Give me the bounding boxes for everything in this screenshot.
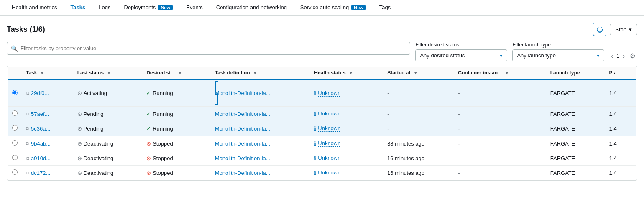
tab-health[interactable]: Health and metrics [5,0,64,15]
health-link-row2[interactable]: Unknown [318,110,340,117]
health-link-row5[interactable]: Unknown [318,155,340,161]
radio-cell[interactable] [8,107,22,121]
health-link-row6[interactable]: Unknown [318,169,340,176]
task-id-cell: ⧉ a910d... [22,151,73,166]
task-definition-cell: Monolith-Definition-la... [211,79,310,107]
launch-type-select-wrap: Any launch type FARGATE EC2 [512,49,604,61]
col-started-at[interactable]: Started at ▼ [383,67,454,80]
desired-status-text: Running [153,111,173,117]
platform-cell: 1.4 [605,151,636,166]
task-def-wrap: Monolith-Definition-la... [215,125,306,132]
search-wrap: 🔍 [7,42,410,55]
task-def-link-row6[interactable]: Monolith-Definition-la... [215,170,306,176]
table-settings-button[interactable]: ⚙ [628,50,637,61]
desired-status-cell: ⊗ Stopped [142,136,211,151]
health-link-row3[interactable]: Unknown [318,125,340,132]
launch-type-select[interactable]: Any launch type FARGATE EC2 [512,49,604,61]
table-row[interactable]: ⧉ 9b4ab... ⊖ Deactivating ⊗ Stopped Mono… [8,136,636,151]
task-def-link-row2[interactable]: Monolith-Definition-la... [215,111,306,117]
task-id-text: 9b4ab... [31,141,51,147]
task-link-row3[interactable]: ⧉ 5c36a... [26,125,69,132]
row-radio-row3[interactable] [12,125,18,131]
row-radio-row5[interactable] [12,155,18,160]
task-def-link-row1[interactable]: Monolith-Definition-la... [215,90,306,96]
col-container-instance[interactable]: Container instan... ▼ [454,67,546,80]
row-radio-row1[interactable] [12,90,18,95]
table-row[interactable]: ⧉ dc172... ⊖ Deactivating ⊗ Stopped Mono… [8,166,636,180]
desired-status-cell: ⊗ Stopped [142,151,211,166]
desired-status-cell: ✓ Running [142,121,211,136]
task-id-cell: ⧉ 57aef... [22,107,73,121]
row-radio-row4[interactable] [12,140,18,146]
launch-type-cell: FARGATE [546,79,605,107]
header-actions: Stop ▾ [593,23,637,36]
task-id-text: a910d... [31,155,51,161]
launch-type-cell: FARGATE [546,151,605,166]
task-copy-icon: ⧉ [26,126,29,131]
task-link-row4[interactable]: ⧉ 9b4ab... [26,141,69,147]
desired-status-select[interactable]: Any desired status Running Stopped Pendi… [415,49,507,61]
task-link-row6[interactable]: ⧉ dc172... [26,170,69,176]
radio-cell[interactable] [8,79,22,107]
refresh-button[interactable] [593,23,606,36]
platform-cell: 1.4 [605,79,636,107]
tab-autoscaling[interactable]: Service auto scaling New [294,0,373,15]
pagination-wrap: ‹ 1 › ⚙ [609,50,637,61]
deployments-new-badge: New [158,5,173,10]
task-link-row5[interactable]: ⧉ a910d... [26,155,69,161]
health-link-row4[interactable]: Unknown [318,140,340,147]
col-health-status[interactable]: Health status ▼ [310,67,383,80]
row-radio-row6[interactable] [12,169,18,175]
last-status-text: Deactivating [84,170,114,176]
main-content: Tasks (1/6) Stop ▾ 🔍 Filter desired stat… [0,16,644,181]
health-status-cell: ℹ Unknown [310,151,383,166]
task-id-cell: ⧉ dc172... [22,166,73,180]
col-platform[interactable]: Pla... [605,67,636,80]
table-row[interactable]: ⧉ 57aef... ⊙ Pending ✓ Running Monolith-… [8,107,636,121]
launch-type-cell: FARGATE [546,107,605,121]
started-at-cell: 38 minutes ago [383,136,454,151]
table-row[interactable]: ⧉ 29df0... ⊙ Activating ✓ Running Monoli… [8,79,636,107]
launch-type-cell: FARGATE [546,121,605,136]
tab-tags[interactable]: Tags [373,0,397,15]
stop-button[interactable]: Stop ▾ [610,24,637,35]
radio-cell[interactable] [8,166,22,180]
tab-configuration[interactable]: Configuration and networking [210,0,294,15]
tasks-table: Task ▼ Last status ▼ Desired st... ▼ Tas… [7,66,637,180]
desired-status-cell: ✓ Running [142,79,211,107]
col-task-definition[interactable]: Task definition ▼ [211,67,310,80]
table-row[interactable]: ⧉ 5c36a... ⊙ Pending ✓ Running Monolith-… [8,121,636,136]
health-info-icon: ℹ [314,155,316,161]
task-def-link-row5[interactable]: Monolith-Definition-la... [215,155,306,161]
task-copy-icon: ⧉ [26,170,29,176]
health-link-row1[interactable]: Unknown [318,90,340,97]
next-page-button[interactable]: › [621,51,626,61]
last-status-cell: ⊖ Deactivating [73,166,142,180]
task-link-row1[interactable]: ⧉ 29df0... [26,90,69,96]
table-row[interactable]: ⧉ a910d... ⊖ Deactivating ⊗ Stopped Mono… [8,151,636,166]
row-radio-row2[interactable] [12,110,18,116]
stop-chevron-icon: ▾ [629,26,632,33]
container-instance-cell: - [454,107,546,121]
radio-cell[interactable] [8,121,22,136]
col-desired-status[interactable]: Desired st... ▼ [142,67,211,80]
radio-cell[interactable] [8,151,22,166]
task-def-link-row3[interactable]: Monolith-Definition-la... [215,125,306,132]
tab-deployments[interactable]: Deployments New [118,0,180,15]
task-definition-cell: Monolith-Definition-la... [211,136,310,151]
started-at-cell: - [383,121,454,136]
col-last-status[interactable]: Last status ▼ [73,67,142,80]
health-status-cell: ℹ Unknown [310,107,383,121]
prev-page-button[interactable]: ‹ [609,51,615,61]
col-launch-type[interactable]: Launch type [546,67,605,80]
task-def-link-row4[interactable]: Monolith-Definition-la... [215,141,306,147]
radio-cell[interactable] [8,136,22,151]
tab-events[interactable]: Events [179,0,210,15]
autoscaling-new-badge: New [351,5,366,10]
desired-status-cell: ✓ Running [142,107,211,121]
col-task[interactable]: Task ▼ [22,67,73,80]
tab-tasks[interactable]: Tasks [64,0,92,15]
tab-logs[interactable]: Logs [92,0,117,15]
search-input[interactable] [7,42,410,55]
task-link-row2[interactable]: ⧉ 57aef... [26,111,69,117]
